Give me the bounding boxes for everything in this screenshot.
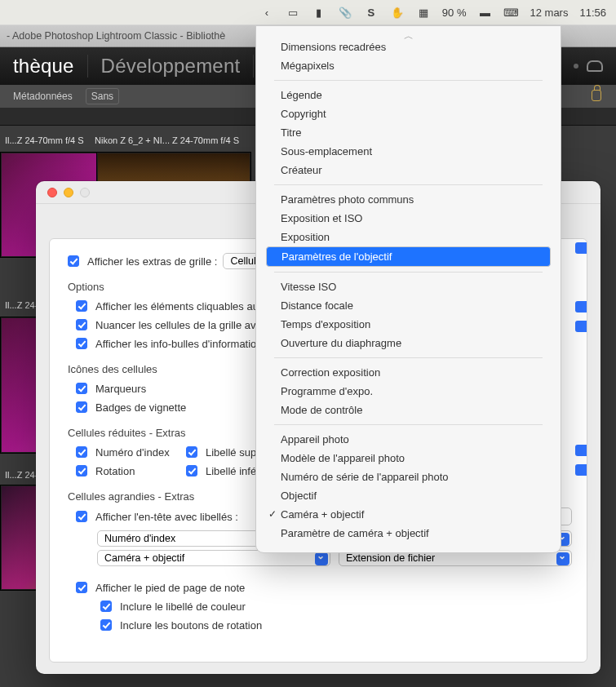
lbl-badges: Badges de vignette [95,401,186,414]
menu-item[interactable]: Temps d'exposition [266,315,551,334]
chk-index[interactable] [76,446,87,458]
module-library[interactable]: thèque [0,55,88,78]
date-text: 12 mars [530,7,568,19]
menu-item[interactable]: Ouverture du diaphragme [266,334,551,352]
sync-dot-icon [574,64,578,69]
menu-item-checked[interactable]: Caméra + objectif [266,505,551,524]
lbl-color-label: Inclure le libellé de couleur [120,601,246,613]
keyboard-icon: ⌨ [503,5,518,20]
separator [274,357,543,358]
menu-item[interactable]: Vitesse ISO [266,277,551,296]
chk-markers[interactable] [76,383,87,394]
chk-tint[interactable] [76,319,87,330]
module-develop[interactable]: Développement [88,55,255,78]
battery-text: 90 % [442,7,467,19]
chk-clickable[interactable] [76,300,87,312]
bookmark-icon: ▮ [312,5,326,20]
mac-menubar: ‹ ▭ ▮ 📎 S ✋ ▦ 90 % ▬ ⌨ 12 mars 11:56 [0,0,616,24]
lock-icon[interactable] [592,90,601,101]
chk-header-labels[interactable] [76,511,87,522]
menu-item[interactable]: Correction exposition [266,363,551,382]
chk-rot-buttons[interactable] [100,619,112,631]
menu-item[interactable]: Modèle de l'appareil photo [266,449,551,468]
menu-item[interactable]: Paramètres photo communs [266,190,551,209]
grid-extras-label: Afficher les extras de grille : [87,255,217,268]
chk-color-label[interactable] [100,601,112,612]
thumb-label: Il...Z 24-70mm f/4 S [0,135,90,145]
menu-item[interactable]: Copyright [266,104,551,123]
close-icon[interactable] [47,188,57,197]
zoom-icon [80,188,90,197]
menu-item[interactable]: Mégapixels [266,56,551,75]
separator [274,424,543,425]
menu-item[interactable]: Titre [266,123,551,142]
edge-knob [575,242,587,254]
menu-item[interactable]: Exposition et ISO [266,209,551,228]
label-dropdown[interactable]: ︿ Dimensions recadrées Mégapixels Légend… [255,25,561,553]
chk-grid-extras[interactable] [68,255,79,267]
menu-item[interactable]: Distance focale [266,296,551,315]
menu-item[interactable]: Sous-emplacement [266,142,551,161]
menu-item[interactable]: Dimensions recadrées [266,38,551,56]
sync-area [574,60,616,72]
meta-label[interactable]: Métadonnées [8,89,78,104]
cloud-icon[interactable] [587,60,603,72]
menu-item[interactable]: Numéro de série de l'appareil photo [266,468,551,486]
edge-knob [575,301,587,312]
thumb-label: Nikon Z 6_2 + NI... Z 24-70mm f/4 S [90,135,253,145]
chk-rotation[interactable] [76,465,87,476]
chk-footer[interactable] [76,582,87,593]
back-icon: ‹ [259,5,274,20]
minimize-icon[interactable] [64,188,73,197]
edge-knob [575,464,587,476]
separator [274,184,543,185]
menu-item[interactable]: Exposition [266,228,551,246]
edge-knob [575,321,587,332]
menu-item[interactable]: Créateur [266,161,551,180]
lbl-markers: Marqueurs [95,383,146,395]
hand-icon: ✋ [390,5,405,20]
paperclip-icon: 📎 [338,5,352,20]
lbl-header-labels: Afficher l'en-tête avec libellés : [95,511,238,523]
app-title: - Adobe Photoshop Lightroom Classic - Bi… [7,30,225,42]
separator [274,80,543,81]
chk-badges[interactable] [76,401,87,413]
menu-item[interactable]: Mode de contrôle [266,401,551,419]
strike-icon: S [364,5,379,20]
time-text: 11:56 [579,7,606,19]
lbl-footer: Afficher le pied de page de note [95,582,245,594]
menu-item[interactable]: Objectif [266,486,551,505]
filter-sans[interactable]: Sans [86,88,119,104]
chk-bottom-label[interactable] [186,465,197,476]
menu-item-selected[interactable]: Paramètres de l'objectif [266,246,551,267]
lbl-rot-buttons: Inclure les boutons de rotation [120,619,262,632]
menu-item[interactable]: Légende [266,86,551,104]
edge-knob [575,445,587,456]
battery-icon: ▬ [477,5,492,20]
chk-top-label[interactable] [186,446,197,458]
traffic-lights[interactable] [47,188,90,197]
menu-item[interactable]: Appareil photo [266,430,551,449]
chk-tooltips[interactable] [76,338,87,349]
lbl-rotation: Rotation [95,465,177,477]
rect-icon: ▭ [286,5,300,20]
clipboard-icon: ▦ [416,5,431,20]
separator [274,272,543,273]
menu-item[interactable]: Paramètre de caméra + objectif [266,524,551,543]
menu-item[interactable]: Programme d'expo. [266,382,551,401]
lbl-index: Numéro d'index [95,446,177,459]
